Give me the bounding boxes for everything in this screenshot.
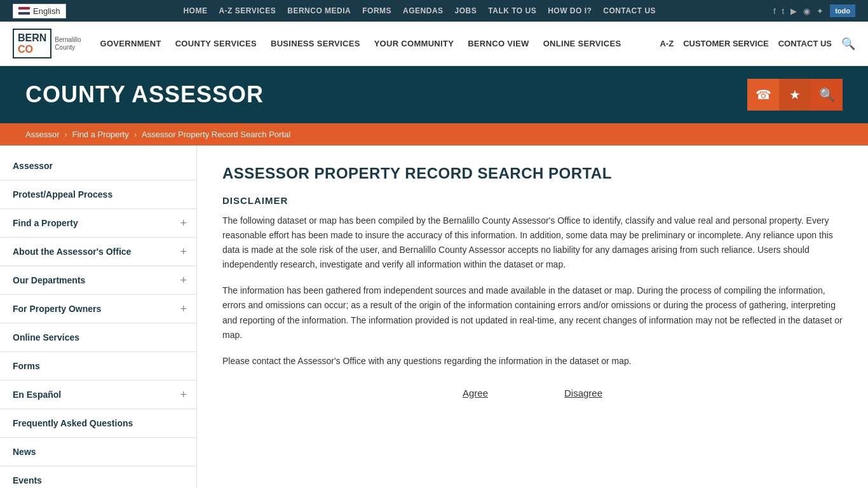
nav-government[interactable]: GOVERNMENT — [100, 39, 161, 48]
disclaimer-para-2: The information has been gathered from i… — [222, 283, 843, 342]
sidebar-item-protest: Protest/Appeal Process — [0, 180, 196, 209]
phone-button[interactable]: ☎ — [747, 79, 779, 111]
sidebar-item-assessor: Assessor — [0, 152, 196, 180]
agree-button[interactable]: Agree — [463, 388, 488, 398]
sidebar-link-forms[interactable]: Forms — [0, 352, 196, 380]
top-nav-media[interactable]: BERNCO MEDIA — [287, 6, 351, 15]
nav-online-services[interactable]: ONLINE SERVICES — [543, 39, 621, 48]
sidebar-item-about: About the Assessor's Office + — [0, 238, 196, 266]
logo-subtitle: BernalilloCounty — [55, 36, 81, 51]
sidebar-link-departments[interactable]: Our Departments — [0, 266, 196, 294]
top-bar: English HOME A-Z SERVICES BERNCO MEDIA F… — [0, 0, 868, 22]
top-nav-jobs[interactable]: JOBS — [455, 6, 477, 15]
breadcrumb-sep-2: › — [134, 130, 137, 139]
sidebar-link-about[interactable]: About the Assessor's Office — [0, 238, 196, 266]
sidebar-item-faq: Frequently Asked Questions — [0, 409, 196, 438]
todo-button[interactable]: todo — [830, 4, 855, 17]
content-title: ASSESSOR PROPERTY RECORD SEARCH PORTAL — [222, 165, 843, 182]
facebook-icon[interactable]: f — [773, 6, 776, 16]
logo-box: BERN CO — [13, 29, 51, 58]
star-icon: ★ — [789, 87, 801, 102]
main-nav: BERN CO BernalilloCounty GOVERNMENT COUN… — [0, 22, 868, 66]
nav-az[interactable]: A-Z — [660, 39, 674, 48]
sidebar-item-property-owners: For Property Owners + — [0, 295, 196, 323]
disclaimer-title: DISCLAIMER — [222, 195, 843, 206]
main-nav-links: GOVERNMENT COUNTY SERVICES BUSINESS SERV… — [100, 39, 660, 48]
logo-co: CO — [18, 44, 33, 55]
disclaimer-para-1: The following dataset or map has been co… — [222, 214, 843, 272]
sidebar: Assessor Protest/Appeal Process Find a P… — [0, 146, 197, 488]
sidebar-item-news: News — [0, 438, 196, 466]
breadcrumb-sep-1: › — [64, 130, 67, 139]
main-content: ASSESSOR PROPERTY RECORD SEARCH PORTAL D… — [197, 146, 868, 488]
lang-label: English — [33, 6, 60, 16]
sidebar-link-online-services[interactable]: Online Services — [0, 323, 196, 351]
sidebar-item-online-services: Online Services — [0, 323, 196, 352]
sidebar-link-assessor[interactable]: Assessor — [0, 152, 196, 180]
favorite-button[interactable]: ★ — [779, 79, 811, 111]
sidebar-expand-property-owners[interactable]: + — [180, 302, 187, 316]
flag-icon — [18, 7, 30, 15]
sidebar-expand-about[interactable]: + — [180, 245, 187, 259]
sidebar-link-news[interactable]: News — [0, 438, 196, 466]
nav-bernco-view[interactable]: BERNCO VIEW — [468, 39, 529, 48]
logo-bern: BERN — [18, 32, 46, 43]
sidebar-link-events[interactable]: Events — [0, 466, 196, 488]
sidebar-link-espanol[interactable]: En Español — [0, 381, 196, 409]
header-icons: ☎ ★ 🔍 — [747, 79, 843, 111]
sidebar-link-faq[interactable]: Frequently Asked Questions — [0, 409, 196, 437]
sidebar-expand-espanol[interactable]: + — [180, 388, 187, 402]
flickr-icon[interactable]: ✦ — [817, 6, 824, 16]
sidebar-item-departments: Our Departments + — [0, 266, 196, 295]
main-search-button[interactable]: 🔍 — [841, 37, 855, 51]
top-nav-az[interactable]: A-Z SERVICES — [219, 6, 276, 15]
instagram-icon[interactable]: ◉ — [803, 6, 810, 16]
nav-contact-us[interactable]: CONTACT US — [778, 39, 832, 48]
social-icons: f t ▶ ◉ ✦ todo — [773, 4, 855, 17]
top-nav-howdo[interactable]: HOW DO I? — [548, 6, 592, 15]
top-bar-left: English — [13, 4, 66, 18]
youtube-icon[interactable]: ▶ — [790, 6, 797, 16]
sidebar-expand-departments[interactable]: + — [180, 274, 187, 287]
nav-business-services[interactable]: BUSINESS SERVICES — [271, 39, 360, 48]
phone-icon: ☎ — [756, 87, 771, 102]
nav-county-services[interactable]: COUNTY SERVICES — [175, 39, 257, 48]
top-nav-contact[interactable]: CONTACT US — [603, 6, 656, 15]
top-nav-forms[interactable]: FORMS — [362, 6, 391, 15]
sidebar-link-find-property[interactable]: Find a Property — [0, 209, 196, 237]
sidebar-item-find-property: Find a Property + — [0, 209, 196, 238]
agreement-buttons: Agree Disagree — [222, 388, 843, 398]
top-nav: HOME A-Z SERVICES BERNCO MEDIA FORMS AGE… — [183, 6, 656, 15]
header-search-button[interactable]: 🔍 — [811, 79, 843, 111]
sidebar-item-forms: Forms — [0, 352, 196, 381]
search-icon: 🔍 — [819, 87, 835, 102]
breadcrumb-find-property[interactable]: Find a Property — [72, 130, 129, 139]
page-header: COUNTY ASSESSOR ☎ ★ 🔍 — [0, 66, 868, 123]
page-title: COUNTY ASSESSOR — [25, 81, 264, 108]
sidebar-link-property-owners[interactable]: For Property Owners — [0, 295, 196, 323]
twitter-icon[interactable]: t — [782, 6, 785, 16]
disagree-button[interactable]: Disagree — [564, 388, 602, 398]
content-area: Assessor Protest/Appeal Process Find a P… — [0, 146, 868, 488]
main-nav-right: A-Z CUSTOMER SERVICE CONTACT US 🔍 — [660, 37, 855, 51]
sidebar-link-protest[interactable]: Protest/Appeal Process — [0, 180, 196, 208]
top-nav-agendas[interactable]: AGENDAS — [403, 6, 444, 15]
top-nav-home[interactable]: HOME — [183, 6, 207, 15]
top-nav-talkto[interactable]: TALK TO US — [488, 6, 536, 15]
breadcrumb: Assessor › Find a Property › Assessor Pr… — [0, 123, 868, 146]
breadcrumb-current: Assessor Property Record Search Portal — [142, 130, 290, 139]
sidebar-item-espanol: En Español + — [0, 381, 196, 409]
nav-your-community[interactable]: YOUR COMMUNITY — [374, 39, 454, 48]
language-selector[interactable]: English — [13, 4, 66, 18]
sidebar-expand-find-property[interactable]: + — [180, 217, 187, 230]
logo-link[interactable]: BERN CO BernalilloCounty — [13, 29, 81, 58]
nav-customer-service[interactable]: CUSTOMER SERVICE — [683, 39, 769, 48]
breadcrumb-assessor[interactable]: Assessor — [25, 130, 59, 139]
disclaimer-para-3: Please contact the Assessor's Office wit… — [222, 354, 843, 369]
sidebar-item-events: Events — [0, 466, 196, 488]
